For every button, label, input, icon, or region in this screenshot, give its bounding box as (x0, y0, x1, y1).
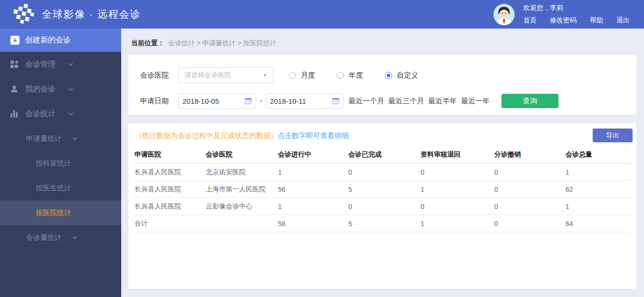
count-cell[interactable]: 56 (278, 181, 348, 198)
count-cell[interactable]: 1 (421, 181, 494, 198)
note-detail-hint[interactable]: 点击数字即可查看明细 (278, 131, 349, 139)
nav-change-password[interactable]: 修改密码 (550, 16, 577, 25)
count-cell[interactable]: 1 (566, 164, 630, 181)
caret-down-icon: ▼ (263, 73, 267, 78)
statistics-note: （统计数据为会诊过程中及完成状态的数据）点击数字即可查看明细 (135, 123, 630, 140)
quick-link-last-month[interactable]: 最近一个月 (348, 97, 384, 106)
date-to-value (270, 97, 332, 105)
nav-home[interactable]: 首页 (523, 16, 537, 25)
count-cell[interactable]: 62 (566, 181, 630, 198)
count-cell[interactable]: 1 (566, 198, 630, 215)
hospital-select[interactable]: 请选择会诊医院 ▼ (178, 67, 273, 83)
chevron-down-icon (68, 112, 73, 116)
search-button[interactable]: 查询 (501, 94, 558, 108)
table-header-cell: 会诊已完成 (348, 148, 421, 164)
sidebar-item-consultation-volume-stats[interactable]: 会诊量统计 (0, 225, 121, 250)
sidebar-item-consultation-statistics[interactable]: 会诊统计 (0, 101, 121, 126)
sidebar-item-by-hospital[interactable]: 按医院统计 (0, 200, 121, 225)
user-avatar[interactable] (493, 4, 515, 25)
period-radio-group: 月度 年度 自定义 (289, 71, 440, 80)
hospital-cell: 长兴县人民医院 (135, 198, 206, 215)
app-title: 全球影像 · 远程会诊 (42, 8, 141, 21)
date-from-input[interactable] (178, 93, 256, 109)
hospital-cell: 上海市第一人民医院 (206, 181, 278, 198)
table-header-cell: 会诊进行中 (278, 148, 348, 164)
count-cell[interactable]: 1 (278, 164, 348, 181)
count-cell[interactable]: 1 (421, 215, 494, 232)
sidebar-item-my-consultations[interactable]: 我的会诊 (0, 77, 121, 101)
quick-link-last-half-year[interactable]: 最近半年 (428, 97, 457, 106)
main-content: 当前位置： 会诊统计 > 申请量统计 > 按医院统计 会诊医院 请选择会诊医院 … (121, 29, 644, 297)
quick-link-last-year[interactable]: 最近一年 (461, 97, 490, 106)
count-cell[interactable]: 0 (421, 164, 494, 181)
count-cell[interactable]: 0 (494, 181, 566, 198)
radio-custom[interactable]: 自定义 (385, 71, 418, 80)
hospital-cell: 长兴县人民医院 (135, 181, 206, 198)
quick-link-last-3-months[interactable]: 最近三个月 (388, 97, 424, 106)
export-button[interactable]: 导出 (593, 129, 633, 142)
count-cell[interactable]: 64 (566, 215, 630, 232)
app-header: 全球影像 · 远程会诊 欢迎您，李莉 首页 修改密码 帮助 退出 (0, 0, 644, 29)
count-cell[interactable]: 0 (348, 164, 421, 181)
chevron-down-icon (72, 236, 77, 239)
hospital-cell: 长兴县人民医院 (135, 164, 206, 181)
table-header-row: 申请医院会诊医院会诊进行中会诊已完成资料审核退回分诊撤销会诊总量 (135, 148, 630, 164)
date-from-value (183, 97, 245, 105)
create-consultation-button[interactable]: + 创建新的会诊 (0, 29, 121, 52)
count-cell[interactable]: 0 (494, 198, 566, 215)
chevron-down-icon (68, 63, 73, 66)
plus-icon: + (10, 36, 19, 45)
breadcrumb-prefix: 当前位置： (131, 39, 164, 47)
nav-logout[interactable]: 退出 (616, 16, 630, 25)
chevron-down-icon (72, 137, 77, 140)
count-cell[interactable]: 5 (348, 215, 421, 232)
hospital-cell: 北京佑安医院 (206, 164, 278, 181)
statistics-table: 申请医院会诊医院会诊进行中会诊已完成资料审核退回分诊撤销会诊总量 长兴县人民医院… (135, 148, 630, 232)
sidebar-item-by-department[interactable]: 按科室统计 (0, 151, 121, 176)
radio-monthly[interactable]: 月度 (289, 71, 315, 80)
calendar-icon (245, 98, 252, 104)
sidebar-item-application-volume-stats[interactable]: 申请量统计 (0, 126, 121, 151)
table-row: 长兴县人民医院云影像会诊中心10001 (135, 198, 630, 215)
note-text: （统计数据为会诊过程中及完成状态的数据） (135, 131, 278, 139)
radio-yearly[interactable]: 年度 (337, 71, 363, 80)
table-header-cell: 分诊撤销 (494, 148, 566, 164)
user-icon (10, 85, 19, 93)
sidebar: + 创建新的会诊 会诊管理 (0, 29, 121, 297)
nav-help[interactable]: 帮助 (590, 16, 603, 25)
filter-panel: 会诊医院 请选择会诊医院 ▼ 月度 年度 自定 (128, 55, 636, 115)
count-cell[interactable]: 0 (494, 215, 566, 232)
count-cell[interactable]: 0 (421, 198, 494, 215)
table-header-cell: 资料审核退回 (421, 148, 494, 164)
logo: 全球影像 · 远程会诊 (13, 3, 141, 25)
table-total-row: 合计5851064 (135, 215, 630, 232)
sidebar-item-by-doctor[interactable]: 按医生统计 (0, 176, 121, 200)
date-separator: ~ (259, 97, 263, 105)
breadcrumb: 当前位置： 会诊统计 > 申请量统计 > 按医院统计 (121, 29, 644, 48)
radio-circle-icon (337, 72, 344, 79)
count-cell[interactable]: 58 (278, 215, 348, 232)
chevron-down-icon (68, 88, 73, 91)
statistics-panel: （统计数据为会诊过程中及完成状态的数据）点击数字即可查看明细 导出 申请医院会诊… (128, 123, 636, 289)
count-cell[interactable]: 5 (348, 181, 421, 198)
radio-selected-icon (385, 72, 392, 79)
sidebar-item-consultation-management[interactable]: 会诊管理 (0, 52, 121, 77)
count-cell[interactable]: 1 (278, 198, 348, 215)
date-range-label: 申请日期 (140, 97, 178, 106)
radio-circle-icon (289, 72, 296, 79)
quick-date-links: 最近一个月 最近三个月 最近半年 最近一年 (348, 97, 490, 106)
hospital-cell (206, 215, 278, 232)
date-to-input[interactable] (266, 93, 344, 109)
table-row: 长兴县人民医院上海市第一人民医院5651062 (135, 181, 630, 198)
welcome-text: 欢迎您，李莉 (523, 4, 630, 12)
count-cell[interactable]: 0 (494, 164, 566, 181)
table-header-cell: 申请医院 (135, 148, 206, 164)
count-cell[interactable]: 0 (348, 198, 421, 215)
table-row: 长兴县人民医院北京佑安医院10001 (135, 164, 630, 181)
bar-chart-icon (10, 110, 19, 118)
logo-pinwheel-icon (11, 1, 38, 28)
hospital-cell: 合计 (135, 215, 206, 232)
grid-icon (10, 60, 19, 69)
doctor-avatar-image (493, 4, 515, 25)
calendar-icon (332, 98, 339, 104)
